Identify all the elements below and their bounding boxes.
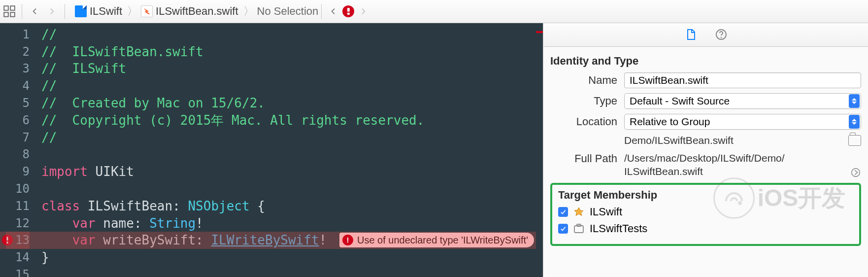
inline-error-banner[interactable]: !Use of undeclared type 'ILWriteBySwift': [339, 233, 534, 247]
code-line[interactable]: class ILSwiftBean: NSObject {: [41, 198, 536, 215]
line-number: 10: [0, 180, 30, 198]
svg-point-5: [720, 37, 722, 38]
fullpath-label: Full Path: [550, 151, 624, 165]
code-line[interactable]: [41, 180, 536, 198]
line-number: 12: [0, 215, 30, 232]
code-line[interactable]: //: [41, 77, 536, 95]
quick-help-tab[interactable]: [714, 28, 728, 41]
svg-rect-7: [574, 226, 583, 233]
line-number: 9: [0, 163, 30, 180]
identity-section-title: Identity and Type: [550, 55, 861, 68]
nav-forward-button[interactable]: [45, 4, 59, 18]
jump-bar-right: [318, 4, 372, 19]
type-label: Type: [550, 95, 624, 107]
line-number: 7: [0, 129, 30, 146]
breadcrumb-selection[interactable]: No Selection: [257, 5, 319, 18]
breadcrumb: ILSwift 〉 ILSwiftBean.swift 〉 No Selecti…: [75, 4, 318, 19]
fullpath-value: /Users/mac/Desktop/ILSwift/Demo/ILSwiftB…: [624, 151, 846, 178]
line-number: 8: [0, 146, 30, 163]
code-line[interactable]: var writeBySwift: ILWriteBySwift!!Use of…: [41, 232, 536, 249]
target-membership-section: Target Membership ILSwiftILSwiftTests: [550, 183, 861, 246]
line-number: 6: [0, 112, 30, 129]
divider: [65, 4, 65, 19]
jump-bar: ILSwift 〉 ILSwiftBean.swift 〉 No Selecti…: [0, 0, 868, 23]
chevron-right-icon: 〉: [243, 4, 254, 19]
code-line[interactable]: var name: String!: [41, 215, 536, 232]
line-number: 4: [0, 77, 30, 95]
line-number: 1: [0, 26, 30, 43]
breadcrumb-project[interactable]: ILSwift 〉: [75, 4, 138, 19]
svg-rect-3: [10, 12, 15, 17]
targets-title: Target Membership: [558, 189, 853, 202]
target-name: ILSwift: [590, 206, 622, 218]
target-checkbox[interactable]: [558, 224, 568, 234]
code-line[interactable]: // Created by Mac on 15/6/2.: [41, 95, 536, 112]
code-line[interactable]: // ILSwift: [41, 60, 536, 77]
svg-rect-8: [577, 224, 581, 226]
divider: [22, 4, 22, 19]
test-target-icon: [573, 223, 585, 235]
file-type-value: Default - Swift Source: [630, 95, 730, 107]
line-number: 15: [0, 266, 30, 277]
select-arrows-icon: [849, 94, 860, 108]
name-label: Name: [550, 74, 624, 87]
code-line[interactable]: // ILSwiftBean.swift: [41, 43, 536, 61]
file-name-input[interactable]: [624, 72, 861, 88]
code-editor[interactable]: 123456789101112131415 //// ILSwiftBean.s…: [0, 23, 543, 277]
editor-scrollbar[interactable]: [536, 23, 543, 277]
location-path: Demo/ILSwiftBean.swift: [624, 135, 844, 146]
choose-folder-icon[interactable]: [848, 135, 861, 146]
breadcrumb-selection-label: No Selection: [257, 5, 319, 18]
code-line[interactable]: import UIKit: [41, 163, 536, 180]
error-icon: !: [342, 235, 353, 245]
svg-rect-2: [4, 12, 8, 17]
code-line[interactable]: [41, 146, 536, 163]
file-inspector: Identity and Type Name Type Default - Sw…: [543, 23, 868, 277]
target-item: ILSwift: [558, 206, 853, 218]
code-line[interactable]: // Copyright (c) 2015年 Mac. All rights r…: [41, 112, 536, 129]
code-line[interactable]: }: [41, 249, 536, 266]
svg-rect-0: [4, 6, 8, 10]
breadcrumb-file[interactable]: ILSwiftBean.swift 〉: [141, 4, 254, 19]
swift-file-icon: [141, 5, 153, 17]
line-number: 5: [0, 95, 30, 112]
chevron-right-icon: 〉: [127, 4, 138, 19]
target-item: ILSwiftTests: [558, 222, 853, 235]
svg-rect-1: [10, 6, 15, 10]
line-number: 11: [0, 198, 30, 215]
nav-back-button[interactable]: [28, 4, 42, 18]
select-arrows-icon: [849, 115, 860, 129]
line-number: 14: [0, 249, 30, 266]
related-items-icon[interactable]: [3, 5, 16, 18]
code-line[interactable]: [41, 266, 536, 277]
error-indicator-icon[interactable]: [342, 5, 354, 17]
inspector-tabs: [543, 23, 868, 47]
issue-prev-button[interactable]: [327, 4, 340, 18]
divider: [321, 4, 322, 19]
file-type-select[interactable]: Default - Swift Source: [624, 93, 861, 109]
breadcrumb-file-label: ILSwiftBean.swift: [156, 5, 238, 18]
file-inspector-tab[interactable]: [684, 28, 698, 41]
issue-next-button[interactable]: [356, 4, 370, 18]
code-line[interactable]: //: [41, 129, 536, 146]
breadcrumb-project-label: ILSwift: [90, 5, 122, 18]
target-checkbox[interactable]: [558, 207, 568, 217]
location-value: Relative to Group: [630, 116, 710, 128]
location-label: Location: [550, 115, 624, 128]
code-area[interactable]: //// ILSwiftBean.swift// ILSwift//// Cre…: [35, 23, 536, 277]
project-icon: [75, 5, 87, 17]
inline-error-text: Use of undeclared type 'ILWriteBySwift': [357, 234, 528, 247]
line-number: 3: [0, 60, 30, 77]
jump-bar-left: ILSwift 〉 ILSwiftBean.swift 〉 No Selecti…: [3, 4, 318, 19]
code-line[interactable]: //: [41, 26, 536, 43]
location-select[interactable]: Relative to Group: [624, 114, 861, 130]
reveal-in-finder-icon[interactable]: [850, 167, 861, 178]
svg-point-6: [852, 169, 860, 177]
target-name: ILSwiftTests: [590, 222, 647, 235]
line-number: 2: [0, 43, 30, 61]
app-target-icon: [573, 206, 585, 218]
